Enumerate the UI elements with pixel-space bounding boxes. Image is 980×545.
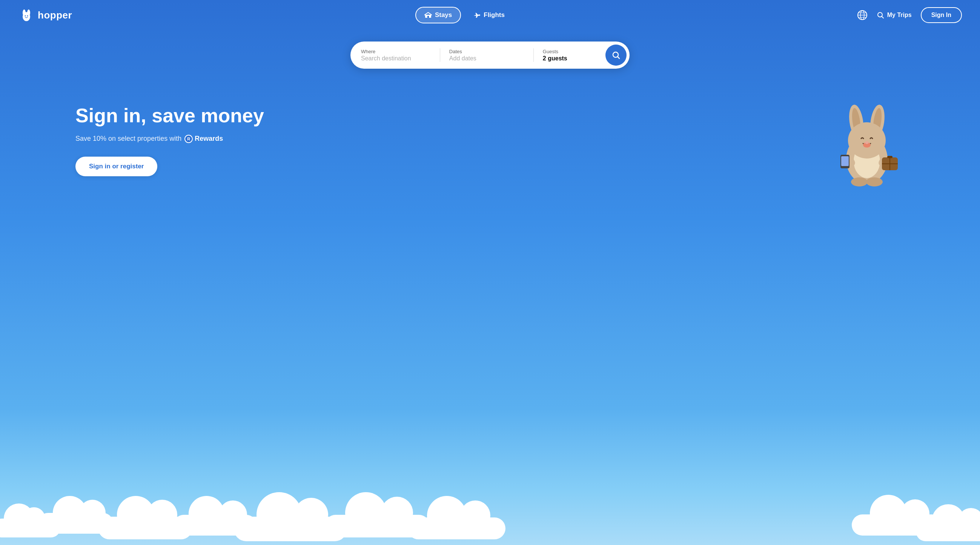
bunny-illustration xyxy=(829,99,905,190)
search-section: Where Search destination Dates Add dates… xyxy=(0,41,980,69)
clouds-decoration xyxy=(0,500,980,545)
stays-label: Stays xyxy=(435,11,452,19)
cloud-2 xyxy=(38,513,113,534)
rewards-label: Rewards xyxy=(195,135,223,143)
search-icon xyxy=(877,11,884,19)
where-placeholder: Search destination xyxy=(361,55,411,62)
rewards-icon: R xyxy=(185,135,193,143)
guests-label: Guests xyxy=(543,49,597,54)
search-bar: Where Search destination Dates Add dates… xyxy=(350,41,630,69)
brand-name: hopper xyxy=(38,10,72,21)
where-field[interactable]: Where Search destination xyxy=(352,45,440,66)
svg-rect-27 xyxy=(841,156,849,166)
dates-placeholder: Add dates xyxy=(449,55,476,62)
sign-in-register-button[interactable]: Sign in or register xyxy=(75,157,157,176)
svg-point-22 xyxy=(848,122,886,159)
nav-right-actions: My Trips Sign In xyxy=(857,7,962,23)
search-submit-button[interactable] xyxy=(605,45,627,66)
sign-in-button[interactable]: Sign In xyxy=(921,7,962,23)
cta-label: Sign in or register xyxy=(89,163,144,170)
guests-field[interactable]: Guests 2 guests xyxy=(534,45,605,66)
guests-value: 2 guests xyxy=(543,55,567,62)
hero-subtitle: Save 10% on select properties with R Rew… xyxy=(75,135,264,143)
flights-tab[interactable]: Flights xyxy=(464,7,514,23)
sign-in-label: Sign In xyxy=(931,12,951,18)
dates-label: Dates xyxy=(449,49,524,54)
dates-field[interactable]: Dates Add dates xyxy=(440,45,533,66)
svg-point-33 xyxy=(851,177,868,186)
svg-line-15 xyxy=(618,57,620,59)
my-trips-button[interactable]: My Trips xyxy=(875,8,913,22)
subtitle-prefix: Save 10% on select properties with xyxy=(75,135,181,143)
where-label: Where xyxy=(361,49,431,54)
logo[interactable]: hopper xyxy=(18,8,72,22)
flights-icon xyxy=(473,11,480,19)
svg-point-4 xyxy=(27,16,28,17)
cloud-5 xyxy=(234,517,347,541)
cloud-8 xyxy=(852,515,942,535)
svg-point-34 xyxy=(866,177,883,186)
hopper-logo-icon xyxy=(18,8,35,22)
cloud-4 xyxy=(173,515,256,535)
svg-line-13 xyxy=(881,17,883,19)
cloud-9 xyxy=(916,522,980,541)
cloud-6 xyxy=(325,515,430,537)
stays-tab[interactable]: Stays xyxy=(415,7,461,23)
cloud-3 xyxy=(98,517,192,539)
cloud-7 xyxy=(407,518,506,539)
nav-tabs: Stays Flights xyxy=(415,7,514,23)
svg-point-3 xyxy=(25,16,26,17)
svg-point-24 xyxy=(865,142,869,144)
flights-label: Flights xyxy=(484,11,505,19)
hero-text: Sign in, save money Save 10% on select p… xyxy=(75,105,264,176)
navbar: hopper Stays Flights xyxy=(0,0,980,30)
hero-title: Sign in, save money xyxy=(75,105,264,127)
stays-icon xyxy=(424,11,432,19)
mascot-bunny xyxy=(829,99,905,182)
search-submit-icon xyxy=(611,51,620,60)
language-globe-button[interactable] xyxy=(857,10,868,21)
svg-point-2 xyxy=(27,10,30,16)
rewards-badge: R Rewards xyxy=(185,135,223,143)
hero-section: Sign in, save money Save 10% on select p… xyxy=(0,99,980,182)
cloud-1 xyxy=(0,519,60,537)
svg-point-1 xyxy=(22,10,25,16)
my-trips-label: My Trips xyxy=(887,12,912,19)
svg-rect-6 xyxy=(427,16,429,18)
